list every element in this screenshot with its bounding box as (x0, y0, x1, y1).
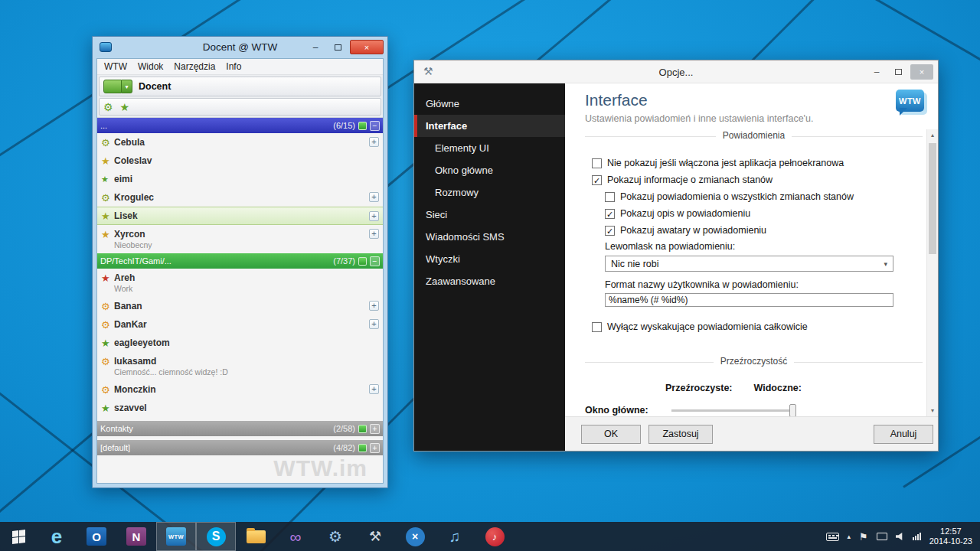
action-center-flag-icon[interactable]: ⚑ (859, 531, 868, 543)
tools-icon: ⚒ (369, 530, 381, 543)
contact-row-selected[interactable]: ★ Lisek + (97, 207, 383, 225)
docent-titlebar[interactable]: Docent @ WTW – × (93, 37, 387, 58)
expand-button[interactable]: + (369, 384, 379, 394)
taskbar-x-app-button[interactable]: × (395, 522, 435, 551)
contact-row[interactable]: ★ Xyrcon Nieobecny + (97, 225, 383, 253)
ok-button[interactable]: OK (581, 425, 641, 444)
contact-row[interactable]: ★ szavvel (97, 399, 383, 417)
start-button[interactable] (0, 522, 37, 551)
group-header-2[interactable]: DP/TechIT/Gami/... (7/37) − (97, 253, 383, 269)
checkbox[interactable] (605, 192, 615, 202)
expand-button[interactable]: + (369, 137, 379, 147)
minimize-button[interactable]: – (867, 64, 886, 80)
option-description[interactable]: ✓ Pokazuj opis w powiadomieniu (605, 207, 923, 220)
contact-row[interactable]: ⚙ Banan + (97, 297, 383, 315)
option-all-state-changes[interactable]: Pokazuj powiadomienia o wszystkich zmian… (605, 191, 923, 203)
expand-group-button[interactable]: + (370, 424, 380, 434)
taskbar-music-button[interactable]: ♫ (435, 522, 475, 551)
close-button[interactable]: × (350, 40, 384, 54)
status-dropdown-button[interactable]: ▾ (122, 80, 132, 93)
contact-status-icon: ★ (101, 175, 114, 184)
sidebar-item-glowne[interactable]: Główne (414, 93, 565, 115)
taskbar-tools-button[interactable]: ⚒ (355, 522, 395, 551)
format-input[interactable] (605, 293, 893, 307)
contact-row[interactable]: ★ Areh Work (97, 269, 383, 297)
protocol-gear-icon[interactable]: ⚙ (103, 102, 113, 112)
leftclick-select[interactable]: Nic nie robi ▾ (605, 256, 893, 272)
favorites-star-icon[interactable]: ★ (120, 102, 130, 112)
taskbar-clock[interactable]: 12:57 2014-10-23 (929, 527, 972, 546)
sidebar-item-wiadomosci-sms[interactable]: Wiadomości SMS (414, 226, 565, 248)
expand-button[interactable]: + (369, 192, 379, 202)
volume-icon[interactable] (896, 533, 904, 541)
scroll-down-icon[interactable]: ▾ (927, 405, 938, 416)
checkbox[interactable] (592, 322, 602, 332)
group-header-3[interactable]: Kontakty (2/58) + (97, 421, 383, 436)
option-disable-popups[interactable]: Wyłącz wyskakujące powiadomienia całkowi… (592, 321, 923, 333)
taskbar-ie-button[interactable]: e (37, 522, 77, 551)
taskbar-wtw-button[interactable]: WTW (156, 522, 196, 551)
scrollbar-thumb[interactable] (929, 143, 936, 254)
contact-row[interactable]: ⚙ Cebula + (97, 133, 383, 152)
transparency-slider[interactable] (671, 409, 796, 412)
taskbar-media-button[interactable]: ♪ (475, 522, 514, 551)
display-icon[interactable] (877, 533, 887, 540)
collapse-button[interactable]: − (370, 121, 380, 131)
status-button[interactable] (103, 80, 122, 93)
menu-narzedzia[interactable]: Narzędzia (168, 61, 220, 72)
contact-row[interactable]: ★ eagleeyetom (97, 334, 383, 352)
expand-button[interactable]: + (369, 211, 379, 221)
menu-wtw[interactable]: WTW (99, 61, 132, 72)
group-header-1[interactable]: ... (6/15) − (97, 118, 383, 133)
minimize-button[interactable]: – (305, 40, 325, 54)
menu-widok[interactable]: Widok (132, 61, 168, 72)
menu-info[interactable]: Info (220, 61, 247, 72)
checkbox[interactable] (592, 158, 602, 168)
scroll-up-icon[interactable]: ▴ (927, 129, 938, 141)
group-label: ... (100, 121, 107, 130)
slider-thumb[interactable] (789, 404, 796, 417)
options-titlebar[interactable]: ⚒ Opcje... – × (414, 60, 938, 83)
contact-row[interactable]: ⚙ DanKar + (97, 315, 383, 334)
group-header-4[interactable]: [default] (4/82) + (97, 440, 383, 455)
checkbox-label: Pokazuj opis w powiadomieniu (620, 208, 750, 219)
apply-button[interactable]: Zastosuj (648, 425, 713, 444)
contact-row[interactable]: ⚙ Krogulec + (97, 188, 383, 207)
checkbox[interactable]: ✓ (592, 175, 602, 185)
cancel-button[interactable]: Anuluj (874, 425, 933, 444)
expand-button[interactable]: + (369, 301, 379, 311)
network-icon[interactable] (913, 533, 921, 540)
sidebar-item-wtyczki[interactable]: Wtyczki (414, 248, 565, 270)
taskbar-visualstudio-button[interactable]: ∞ (276, 522, 315, 551)
sidebar-item-rozmowy[interactable]: Rozmowy (414, 181, 565, 204)
expand-group-button[interactable]: + (370, 443, 380, 453)
taskbar-skype-button[interactable]: S (196, 522, 236, 551)
contact-row[interactable]: ⚙ Monczkin + (97, 380, 383, 399)
option-avatars[interactable]: ✓ Pokazuj awatary w powiadomieniu (605, 224, 923, 236)
taskbar-explorer-button[interactable] (236, 522, 276, 551)
maximize-button[interactable] (889, 64, 907, 80)
scrollbar[interactable]: ▴ ▾ (926, 129, 938, 416)
touch-keyboard-icon[interactable] (826, 533, 839, 541)
close-button[interactable]: × (910, 64, 933, 80)
contact-row[interactable]: ★ Coleslav (97, 152, 383, 170)
contact-row[interactable]: ★ eimi (97, 170, 383, 188)
sidebar-item-sieci[interactable]: Sieci (414, 204, 565, 226)
option-state-changes[interactable]: ✓ Pokazuj informacje o zmianach stanów (592, 174, 923, 186)
taskbar-settings-button[interactable]: ⚙ (315, 522, 355, 551)
expand-button[interactable]: + (369, 319, 379, 329)
expand-button[interactable]: + (369, 229, 379, 239)
taskbar-outlook-button[interactable]: O (77, 522, 116, 551)
sidebar-item-okno-glowne[interactable]: Okno główne (414, 159, 565, 181)
sidebar-item-elementy-ui[interactable]: Elementy UI (414, 137, 565, 159)
contact-row[interactable]: ⚙ lukasamd Ciemność... ciemność widzę! :… (97, 352, 383, 380)
sidebar-item-zaawansowane[interactable]: Zaawansowane (414, 270, 565, 292)
sidebar-item-interface[interactable]: Interface (414, 115, 565, 137)
taskbar-onenote-button[interactable]: N (116, 522, 156, 551)
tray-chevron-up-icon[interactable]: ▴ (848, 533, 851, 540)
maximize-button[interactable] (328, 40, 348, 54)
option-fullscreen[interactable]: Nie pokazuj jeśli włączona jest aplikacj… (592, 157, 923, 169)
collapse-button[interactable]: − (370, 256, 380, 266)
checkbox[interactable]: ✓ (605, 226, 615, 236)
checkbox[interactable]: ✓ (605, 209, 615, 219)
